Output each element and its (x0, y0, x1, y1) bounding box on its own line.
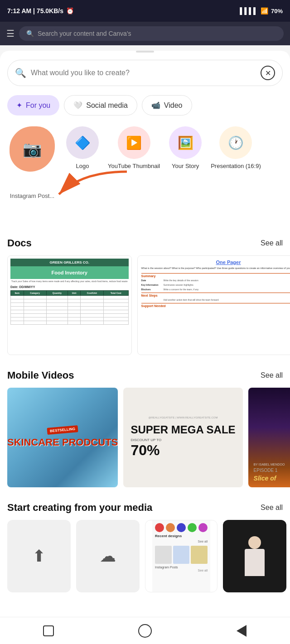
square-icon (43, 625, 54, 636)
one-pager-section-nextsteps: Next Steps (141, 293, 290, 297)
slice-text: Slice of (254, 475, 290, 482)
docs-see-all[interactable]: See all (261, 239, 283, 247)
docs-section-header: Docs See all (0, 237, 290, 249)
one-pager-question: What is the session about? What is the p… (141, 267, 290, 270)
template-row: 📷 Instagram Post... 🔷 Logo ▶️ YouTube Th… (0, 126, 290, 200)
preview-thumb-1 (155, 546, 172, 564)
table-row (11, 310, 129, 313)
hamburger-icon[interactable]: ☰ (6, 28, 14, 39)
story-icon: 🖼️ (178, 135, 193, 150)
video-card-skincare[interactable]: BESTSELLING SKINCARE PRODCUTS (7, 388, 118, 487)
sale-sub: DISCOUNT UP TO (130, 438, 235, 442)
one-pager-content: One Pager What is the session about? Wha… (138, 256, 290, 312)
story-icon-wrap: 🖼️ (169, 126, 202, 159)
nav-home-button[interactable] (136, 622, 154, 640)
sheet-handle (136, 51, 154, 53)
template-section: 📷 Instagram Post... 🔷 Logo ▶️ YouTube Th… (0, 126, 290, 237)
sale-brand: @REALLYGEATSITE | WWW.REALLYGREATSITE.CO… (130, 416, 235, 419)
video-card-sale[interactable]: @REALLYGEATSITE | WWW.REALLYGREATSITE.CO… (123, 388, 242, 487)
template-label-instagram: Instagram Post... (10, 192, 54, 200)
table-row: Date Write the key details of the sessio… (141, 279, 290, 282)
youtube-icon-wrap: ▶️ (118, 126, 150, 159)
icon-circle-orange (166, 523, 175, 532)
slice-episode: EPISODE 1 (254, 468, 290, 473)
media-title: Start creating from your media (7, 502, 152, 514)
food-card-content: GREEN GRILLERS CO. Food Inventory Track … (8, 256, 131, 327)
recent-designs-label: Recent designs (155, 534, 208, 538)
table-row (11, 321, 129, 324)
close-button[interactable]: ✕ (261, 66, 275, 80)
status-right: ▌▌▌▌ 📶 70% (240, 7, 283, 14)
icon-circle-blue (177, 523, 186, 532)
human-head (248, 536, 261, 549)
food-col-category: Category (24, 290, 46, 295)
browser-bar: ☰ 🔍 Search your content and Canva's (0, 22, 290, 45)
media-see-all[interactable]: See all (261, 504, 283, 512)
circle-icon (138, 624, 152, 638)
template-item-youtube[interactable]: ▶️ YouTube Thumbnail (108, 126, 160, 170)
table-row (11, 303, 129, 306)
media-grid: ⬆ ☁ Recent designs See all (0, 520, 290, 592)
cloud-icon: ☁ (100, 547, 116, 566)
presentation-icon: 🕐 (228, 135, 244, 150)
recent-designs-content: Recent designs See all Instagram Posts S… (152, 520, 210, 592)
instagram-posts-label: Instagram Posts (155, 566, 208, 569)
pill-label-video: Video (164, 101, 183, 110)
table-row: Blockers Write a concern for the team, i… (141, 288, 290, 291)
wifi-icon: 📶 (261, 7, 268, 14)
browser-search-placeholder: Search your content and Canva's (38, 30, 131, 37)
template-item-instagram[interactable]: 📷 Instagram Post... (7, 126, 57, 200)
preview-thumb-3 (191, 546, 208, 564)
one-pager-section-support: Support Needed (141, 303, 290, 308)
nav-back-button[interactable] (232, 622, 251, 640)
one-pager-title: One Pager (141, 260, 290, 265)
doc-card-one-pager[interactable]: One Pager What is the session about? Wha… (137, 255, 290, 355)
doc-card-food-inventory[interactable]: GREEN GRILLERS CO. Food Inventory Track … (7, 255, 132, 355)
media-card-human[interactable] (223, 520, 286, 592)
logo-icon-wrap: 🔷 (66, 126, 99, 159)
icon-circle-green (188, 523, 197, 532)
table-row (11, 295, 129, 299)
food-card-sub: Track your Sales of how many items were … (10, 279, 129, 284)
mobile-videos-see-all[interactable]: See all (261, 371, 283, 380)
browser-search-bar[interactable]: 🔍 Search your content and Canva's (19, 26, 284, 41)
nav-square-button[interactable] (39, 622, 58, 640)
pill-video[interactable]: 📹 Video (142, 95, 192, 115)
slice-by: BY ISABEL MENDOO (254, 463, 290, 466)
search-input[interactable] (31, 69, 256, 77)
logo-icon: 🔷 (75, 135, 91, 150)
bestselling-badge: BESTSELLING (47, 425, 78, 435)
food-col-unit: Unit (68, 290, 81, 295)
food-col-item: Item (11, 290, 24, 295)
sparkle-icon: ✦ (16, 101, 22, 110)
instagram-icon-blob: 📷 (10, 126, 55, 172)
pill-social-media[interactable]: 🤍 Social media (64, 95, 137, 115)
preview-thumb-2 (173, 546, 190, 564)
time-display: 7:12 AM | 75.0KB/s (7, 7, 63, 14)
category-pills: ✦ For you 🤍 Social media 📹 Video (0, 95, 290, 115)
skincare-text: SKINCARE PRODCUTS (7, 437, 118, 448)
video-card-slice[interactable]: BY ISABEL MENDOO EPISODE 1 Slice of (248, 388, 290, 487)
pill-for-you[interactable]: ✦ For you (7, 95, 59, 115)
video-icon: 📹 (151, 101, 160, 110)
pill-label-social-media: Social media (86, 101, 128, 110)
media-card-upload[interactable]: ⬆ (7, 520, 71, 592)
one-pager-section-summary: Summary (141, 273, 290, 278)
food-card-title: Food Inventory (10, 266, 129, 279)
battery-indicator: 70% (271, 8, 283, 14)
template-label-story: Your Story (172, 163, 199, 170)
icon-circle-red (155, 523, 164, 532)
table-row (11, 299, 129, 303)
media-card-cloud[interactable]: ☁ (76, 520, 140, 592)
signal-icon: ▌▌▌▌ (240, 7, 258, 14)
search-bar[interactable]: 🔍 ✕ (7, 60, 283, 86)
template-item-presentation[interactable]: 🕐 Presentation (16:9) (211, 126, 261, 170)
media-card-recent-designs[interactable]: Recent designs See all Instagram Posts S… (145, 520, 218, 592)
back-icon (237, 625, 246, 637)
browser-search-icon: 🔍 (26, 30, 34, 37)
heart-icon: 🤍 (73, 101, 82, 110)
recent-designs-see-all: See all (155, 540, 208, 543)
template-item-logo[interactable]: 🔷 Logo (64, 126, 101, 170)
icon-circle-purple (198, 523, 208, 532)
template-item-story[interactable]: 🖼️ Your Story (167, 126, 203, 170)
